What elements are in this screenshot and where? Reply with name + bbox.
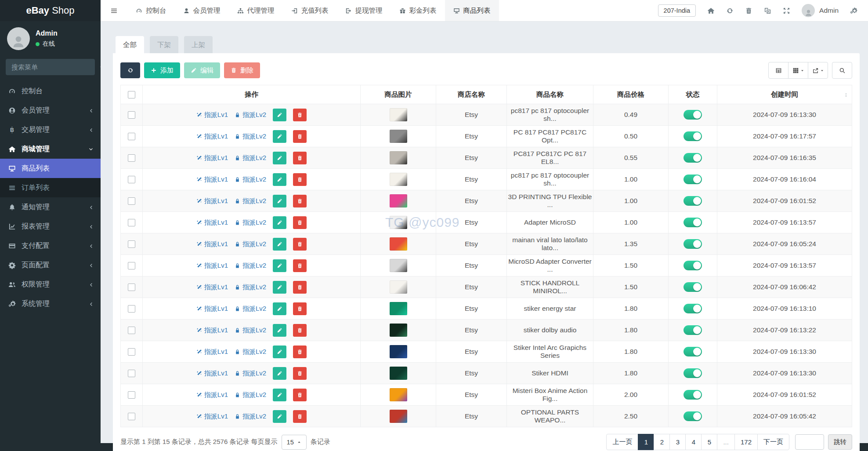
sidebar-search-input[interactable]	[11, 63, 100, 71]
row-edit-button[interactable]	[273, 109, 286, 121]
row-delete-button[interactable]	[293, 216, 307, 229]
status-toggle[interactable]	[684, 347, 702, 356]
assign-link-lv1[interactable]: 指派Lv1	[196, 240, 228, 248]
sidebar-item-6[interactable]: 订单列表	[0, 178, 101, 197]
page-button[interactable]: 172	[734, 434, 758, 450]
product-thumbnail[interactable]	[390, 237, 407, 251]
assign-link-lv2[interactable]: 指派Lv2	[235, 218, 266, 227]
topnav-item-1[interactable]: 控制台	[127, 0, 175, 21]
status-toggle[interactable]	[684, 411, 702, 421]
row-edit-button[interactable]	[273, 389, 286, 401]
refresh-button[interactable]	[120, 62, 140, 78]
assign-link-lv1[interactable]: 指派Lv1	[196, 305, 228, 313]
table-search-button[interactable]	[832, 62, 852, 79]
row-delete-button[interactable]	[293, 367, 307, 380]
assign-link-lv1[interactable]: 指派Lv1	[196, 412, 228, 421]
assign-link-lv2[interactable]: 指派Lv2	[235, 154, 266, 162]
row-checkbox[interactable]	[128, 219, 135, 226]
row-edit-button[interactable]	[273, 259, 286, 272]
row-edit-button[interactable]	[273, 216, 286, 229]
language-selector[interactable]: 207-India	[658, 4, 696, 17]
row-checkbox[interactable]	[128, 111, 135, 119]
product-thumbnail[interactable]	[390, 130, 407, 143]
page-button[interactable]: 3	[669, 434, 686, 450]
product-thumbnail[interactable]	[390, 410, 407, 423]
row-edit-button[interactable]	[273, 324, 286, 337]
row-delete-button[interactable]	[293, 389, 307, 401]
topnav-item-5[interactable]: 提现管理	[337, 0, 391, 21]
assign-link-lv2[interactable]: 指派Lv2	[235, 283, 266, 291]
row-edit-button[interactable]	[273, 152, 286, 164]
page-jump-input[interactable]	[795, 434, 824, 450]
status-toggle[interactable]	[684, 239, 702, 249]
assign-link-lv1[interactable]: 指派Lv1	[196, 218, 228, 227]
page-button[interactable]: 2	[654, 434, 670, 450]
tab-2[interactable]: 下架	[150, 36, 178, 53]
row-checkbox[interactable]	[128, 413, 135, 420]
hamburger-menu-icon[interactable]	[101, 0, 127, 21]
row-edit-button[interactable]	[273, 238, 286, 251]
page-jump-button[interactable]: 跳转	[828, 434, 852, 450]
row-checkbox[interactable]	[128, 391, 135, 399]
page-button[interactable]: 4	[685, 434, 702, 450]
product-thumbnail[interactable]	[390, 280, 407, 294]
product-thumbnail[interactable]	[390, 151, 407, 164]
row-checkbox[interactable]	[128, 176, 135, 183]
row-delete-button[interactable]	[293, 109, 307, 121]
sidebar-item-5[interactable]: 商品列表	[0, 159, 101, 178]
assign-link-lv2[interactable]: 指派Lv2	[235, 391, 266, 399]
row-delete-button[interactable]	[293, 410, 307, 423]
assign-link-lv1[interactable]: 指派Lv1	[196, 326, 228, 335]
row-checkbox[interactable]	[128, 327, 135, 334]
assign-link-lv2[interactable]: 指派Lv2	[235, 369, 266, 378]
row-delete-button[interactable]	[293, 238, 307, 251]
topnav-item-7[interactable]: 商品列表	[445, 0, 499, 21]
add-button[interactable]: 添加	[144, 62, 180, 78]
row-delete-button[interactable]	[293, 281, 307, 294]
row-edit-button[interactable]	[273, 130, 286, 143]
row-edit-button[interactable]	[273, 367, 286, 380]
product-thumbnail[interactable]	[390, 173, 407, 186]
sidebar-item-2[interactable]: 会员管理	[0, 101, 101, 120]
assign-link-lv1[interactable]: 指派Lv1	[196, 283, 228, 291]
assign-link-lv1[interactable]: 指派Lv1	[196, 369, 228, 378]
home-button[interactable]	[707, 7, 715, 15]
product-thumbnail[interactable]	[390, 216, 407, 229]
row-delete-button[interactable]	[293, 130, 307, 143]
row-delete-button[interactable]	[293, 259, 307, 272]
row-edit-button[interactable]	[273, 281, 286, 294]
status-toggle[interactable]	[684, 368, 702, 378]
tab-1[interactable]: 全部	[116, 36, 144, 53]
row-edit-button[interactable]	[273, 173, 286, 186]
assign-link-lv2[interactable]: 指派Lv2	[235, 175, 266, 184]
assign-link-lv1[interactable]: 指派Lv1	[196, 132, 228, 141]
product-thumbnail[interactable]	[390, 324, 407, 337]
status-toggle[interactable]	[684, 261, 702, 270]
sidebar-item-10[interactable]: 页面配置	[0, 255, 101, 275]
row-edit-button[interactable]	[273, 195, 286, 207]
topnav-item-3[interactable]: 代理管理	[229, 0, 283, 21]
row-checkbox[interactable]	[128, 262, 135, 269]
status-toggle[interactable]	[684, 282, 702, 292]
assign-link-lv1[interactable]: 指派Lv1	[196, 391, 228, 399]
page-button[interactable]: 1	[638, 434, 654, 450]
row-delete-button[interactable]	[293, 346, 307, 358]
assign-link-lv2[interactable]: 指派Lv2	[235, 240, 266, 248]
status-toggle[interactable]	[684, 153, 702, 163]
status-toggle[interactable]	[684, 390, 702, 400]
page-size-dropdown[interactable]: 15	[282, 435, 307, 450]
sidebar-item-4[interactable]: 商城管理	[0, 139, 101, 159]
product-thumbnail[interactable]	[390, 302, 407, 315]
assign-link-lv2[interactable]: 指派Lv2	[235, 326, 266, 335]
topnav-item-2[interactable]: 会员管理	[175, 0, 229, 21]
assign-link-lv2[interactable]: 指派Lv2	[235, 262, 266, 270]
row-edit-button[interactable]	[273, 346, 286, 358]
delete-button[interactable]: 删除	[224, 62, 260, 78]
status-toggle[interactable]	[684, 325, 702, 335]
assign-link-lv1[interactable]: 指派Lv1	[196, 111, 228, 119]
product-thumbnail[interactable]	[390, 367, 407, 380]
assign-link-lv2[interactable]: 指派Lv2	[235, 305, 266, 313]
translate-button[interactable]	[764, 7, 771, 15]
row-delete-button[interactable]	[293, 152, 307, 164]
assign-link-lv1[interactable]: 指派Lv1	[196, 197, 228, 205]
